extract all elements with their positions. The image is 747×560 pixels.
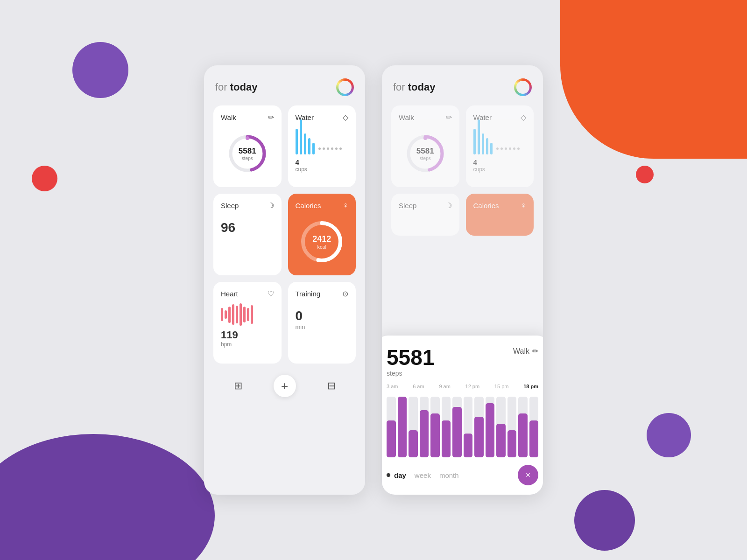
chart-bar-bg-3 — [420, 397, 429, 457]
chart-bar-bg-0 — [387, 397, 396, 457]
walk-steps-label: steps — [239, 156, 256, 161]
chart-bar-bg-1 — [398, 397, 407, 457]
right-water-bar-1 — [473, 129, 476, 154]
time-15pm: 15 pm — [494, 384, 509, 389]
detail-overlay: 5581 steps Walk ✏ 3 am 6 am 9 am 12 pm 1… — [382, 336, 543, 495]
right-sleep-card-header: Sleep ☽ — [399, 201, 452, 210]
right-calories-card-header: Calories ♀ — [473, 201, 527, 210]
water-icon: ◇ — [343, 113, 348, 122]
phones-container: for today Walk ✏ — [204, 65, 543, 495]
right-water-card[interactable]: Water ◇ — [466, 105, 534, 187]
heart-bars — [221, 303, 274, 326]
period-week[interactable]: week — [415, 471, 431, 479]
walk-icon: ✏ — [268, 113, 274, 122]
sleep-card[interactable]: Sleep ☽ 96 — [213, 194, 282, 275]
time-12pm: 12 pm — [465, 384, 480, 389]
heart-title: Heart — [221, 290, 238, 298]
detail-steps-label: steps — [387, 370, 434, 377]
period-dot — [387, 473, 390, 477]
water-dot-3 — [327, 147, 329, 150]
training-icon: ⊙ — [342, 289, 348, 298]
add-button[interactable]: + — [274, 375, 296, 397]
calories-card[interactable]: Calories ♀ 2412 kcal — [288, 194, 356, 275]
walk-card-header: Walk ✏ — [221, 113, 274, 122]
heart-card-header: Heart ♡ — [221, 289, 274, 298]
chart-bar-bg-12 — [518, 397, 528, 457]
heart-bar-1 — [221, 308, 223, 321]
right-header-logo — [514, 78, 532, 96]
period-tabs: day week month — [394, 471, 459, 479]
chart-bar-fill-4 — [430, 413, 440, 457]
water-num: 4 — [296, 158, 299, 166]
right-water-dots — [496, 147, 520, 151]
chart-bar-fill-0 — [387, 420, 396, 457]
chart-col-11 — [507, 392, 517, 457]
walk-circle: 5581 steps — [221, 126, 274, 181]
water-dot-2 — [323, 147, 325, 150]
time-9am: 9 am — [439, 384, 450, 389]
period-day[interactable]: day — [394, 471, 406, 479]
right-water-cups-value: 4 — [473, 158, 527, 166]
walk-card[interactable]: Walk ✏ 5581 steps — [213, 105, 282, 187]
heart-bar-6 — [240, 303, 242, 326]
heart-unit: bpm — [221, 341, 274, 348]
chart-bar-bg-5 — [442, 397, 451, 457]
right-sleep-icon: ☽ — [445, 201, 452, 210]
water-dot-1 — [318, 147, 321, 150]
chart-bar-bg-4 — [430, 397, 440, 457]
chart-bar-bg-2 — [409, 397, 418, 457]
left-bottom-nav: ⊞ + ⊟ — [213, 375, 356, 397]
heart-bar-8 — [247, 308, 249, 321]
chart-col-2 — [409, 392, 418, 457]
chart-bar-fill-1 — [398, 397, 407, 457]
water-title: Water — [296, 113, 314, 121]
water-cups-value: 4 — [296, 158, 349, 166]
chart-bar-bg-6 — [452, 397, 462, 457]
training-title: Training — [296, 290, 321, 298]
detail-header: 5581 steps Walk ✏ — [387, 347, 538, 377]
water-bar-5 — [312, 143, 315, 154]
heart-bar-7 — [243, 307, 246, 322]
time-18pm: 18 pm — [523, 384, 538, 389]
right-water-bar-3 — [482, 133, 484, 154]
sleep-title: Sleep — [221, 202, 239, 210]
right-walk-card[interactable]: Walk ✏ 5581 steps — [391, 105, 459, 187]
sleep-card-header: Sleep ☽ — [221, 201, 274, 210]
chart-bar-fill-12 — [518, 413, 528, 457]
water-card[interactable]: Water ◇ — [288, 105, 356, 187]
training-unit: min — [296, 323, 349, 330]
right-sleep-card[interactable]: Sleep ☽ — [391, 194, 459, 236]
chart-col-7 — [464, 392, 473, 457]
chart-bar-fill-9 — [486, 403, 495, 457]
grid-nav-icon[interactable]: ⊞ — [234, 380, 242, 392]
training-card[interactable]: Training ⊙ 0 min — [288, 282, 356, 364]
walk-title: Walk — [221, 113, 236, 121]
right-calories-icon: ♀ — [521, 201, 526, 210]
right-water-cups-unit: cups — [473, 166, 527, 173]
right-calories-card[interactable]: Calories ♀ — [466, 194, 534, 236]
walk-steps-num: 5581 — [239, 147, 256, 156]
calories-icon: ♀ — [343, 201, 348, 210]
svg-point-7 — [423, 136, 427, 140]
bg-purple-blob — [0, 434, 215, 560]
chart-col-8 — [474, 392, 484, 457]
logo-inner — [338, 81, 352, 94]
right-walk-value: 5581 steps — [416, 147, 434, 161]
bg-purple-circle3 — [574, 490, 635, 551]
heart-icon: ♡ — [268, 289, 274, 298]
right-title-bold: today — [408, 81, 436, 93]
detail-close-button[interactable]: × — [518, 465, 538, 485]
chart-bar-bg-11 — [507, 397, 517, 457]
detail-label: Walk ✏ — [513, 347, 538, 356]
layout-nav-icon[interactable]: ⊟ — [327, 380, 336, 392]
period-month[interactable]: month — [439, 471, 459, 479]
right-water-dot-3 — [505, 147, 507, 150]
right-walk-ring: 5581 steps — [404, 133, 446, 175]
chart-col-6 — [452, 392, 462, 457]
right-walk-steps-label: steps — [416, 156, 434, 161]
detail-big-num: 5581 — [387, 347, 434, 368]
chart-bar-bg-9 — [486, 397, 495, 457]
right-water-dot-6 — [517, 147, 520, 150]
detail-left: 5581 steps — [387, 347, 434, 377]
heart-card[interactable]: Heart ♡ 119 bpm — [213, 282, 282, 364]
